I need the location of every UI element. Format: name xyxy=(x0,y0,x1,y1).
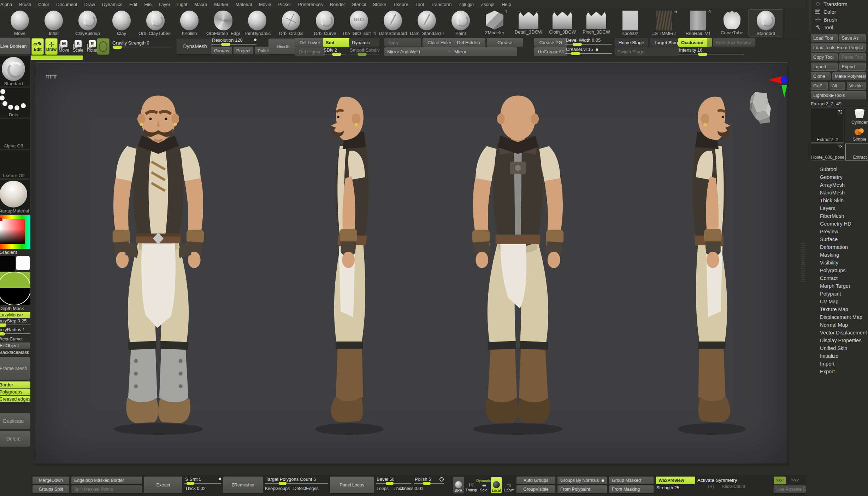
subpalette-display-properties[interactable]: Display Properties xyxy=(806,337,868,344)
subpalette-masking[interactable]: Masking xyxy=(806,251,868,259)
brush-standard[interactable]: Standard xyxy=(749,10,783,36)
make-polymesh3d-button[interactable]: Make PolyMesh3D xyxy=(832,72,866,80)
local-button[interactable]: Local xyxy=(491,477,502,494)
pose-tool-thumb[interactable]: 13 Hoste_008_pose. xyxy=(811,144,844,161)
gradient-label-row[interactable]: Gradient xyxy=(0,249,30,255)
menu-draw[interactable]: Draw xyxy=(81,1,98,8)
subpalette-import[interactable]: Import xyxy=(806,360,868,368)
document-canvas[interactable]: ⇈⇈⇈ xyxy=(35,63,788,464)
tab-transform[interactable]: Transform xyxy=(806,0,868,8)
intensity-slider[interactable]: Intensity 16 xyxy=(678,47,744,56)
polygroups-toggle[interactable]: Polygroups xyxy=(0,389,30,395)
move-button[interactable]: M Move xyxy=(59,40,69,53)
thick-value[interactable]: Thick 0.02 xyxy=(184,486,221,491)
menu-zscript[interactable]: Zscript xyxy=(478,1,498,8)
brush-hpolish[interactable]: hPolish xyxy=(172,10,206,36)
switch-stage-button[interactable]: Switch Stage xyxy=(615,47,679,56)
smooth-subdiv-slider[interactable]: SmoothSubdiv xyxy=(349,47,379,56)
group-visible-button[interactable]: GroupVisible xyxy=(516,485,555,493)
export-button[interactable]: Export xyxy=(839,63,866,71)
loops-label[interactable]: Loops xyxy=(377,486,389,491)
tab-color[interactable]: Color xyxy=(806,8,868,16)
secondary-color-swatch[interactable] xyxy=(16,256,30,270)
groups-button[interactable]: Groups xyxy=(211,47,232,54)
subpalette-polypaint[interactable]: Polypaint xyxy=(806,290,868,298)
brush-inflat[interactable]: Inflat xyxy=(37,10,71,36)
subpalette-initialize[interactable]: Initialize xyxy=(806,352,868,360)
subpalette-geometry-hd[interactable]: Geometry HD xyxy=(806,220,868,228)
transp-button[interactable]: ◳Transp xyxy=(466,477,477,493)
current-material-thumb[interactable]: StartupMaterial xyxy=(0,180,30,214)
occlusion-mode-nub[interactable] xyxy=(707,38,712,47)
menu-stroke[interactable]: Stroke xyxy=(370,1,389,8)
menu-picker[interactable]: Picker xyxy=(275,1,294,8)
menu-material[interactable]: Material xyxy=(232,1,255,8)
menu-macro[interactable]: Macro xyxy=(191,1,210,8)
brush-cloth_3dcw[interactable]: Cloth_3DCW xyxy=(545,10,579,35)
edit-button[interactable]: ▱✎ Edit xyxy=(31,38,44,55)
target-polygons-slider[interactable]: Target Polygons Count 5 xyxy=(265,477,328,485)
radial-toggle[interactable]: (R) xyxy=(708,484,714,489)
fill-object-button[interactable]: FillObject xyxy=(0,342,30,349)
subpalette-contact[interactable]: Contact xyxy=(806,274,868,282)
lightbox-tools-button[interactable]: Lightbox▶Tools xyxy=(811,91,866,99)
bevel-width-slider[interactable]: Bevel Width 0.05 xyxy=(565,37,612,46)
dynamic-toggle[interactable]: Dynamic xyxy=(349,38,379,47)
wax-preview-toggle[interactable]: WaxPreview xyxy=(656,477,695,484)
brush-clay[interactable]: Clay xyxy=(105,10,138,36)
subpalette-visibility[interactable]: Visibility xyxy=(806,259,868,267)
goz-button[interactable]: GoZ xyxy=(811,82,828,90)
subpalette-thick-skin[interactable]: Thick Skin xyxy=(806,197,868,204)
group-masked-button[interactable]: Group Masked xyxy=(609,477,654,484)
subpalette-unified-skin[interactable]: Unified Skin xyxy=(806,344,868,352)
creased-edges-toggle[interactable]: Creased edges xyxy=(0,396,30,402)
slider-knob[interactable] xyxy=(0,332,5,335)
menu-edit[interactable]: Edit xyxy=(126,1,140,8)
slider-knob[interactable] xyxy=(0,323,6,327)
subpalette-export[interactable]: Export xyxy=(806,368,868,375)
dynamesh-button[interactable]: DynaMesh xyxy=(177,39,213,54)
sdiv-slider[interactable]: SDiv 2 xyxy=(323,47,346,56)
current-texture-thumb[interactable]: Texture Off xyxy=(0,150,30,179)
merge-down-button[interactable]: MergeDown xyxy=(33,477,69,484)
current-brush-thumb[interactable]: Standard xyxy=(0,55,30,87)
subpalette-preview[interactable]: Preview xyxy=(806,228,868,235)
slider-knob[interactable] xyxy=(279,482,287,485)
subpalette-fibermesh[interactable]: FiberMesh xyxy=(806,212,868,220)
backface-mask-toggle[interactable]: BackfaceMask xyxy=(0,349,30,355)
brush-renhair_v1[interactable]: 4RenHair_V1 xyxy=(681,10,715,36)
brush-the_gio_soft_for[interactable]: The_GIO_soft_for xyxy=(342,10,376,36)
brush-move[interactable]: Move xyxy=(3,10,37,36)
subpalette-vector-displacement-ma[interactable]: Vector Displacement Ma xyxy=(806,329,868,337)
del-lower-button[interactable]: Del Lower xyxy=(295,38,325,47)
subpalette-arraymesh[interactable]: ArrayMesh xyxy=(806,181,868,189)
occlusion-toggle[interactable]: Occlusion xyxy=(678,38,707,47)
smt-toggle[interactable]: Smt xyxy=(323,38,350,47)
subpalette-texture-map[interactable]: Texture Map xyxy=(806,305,868,313)
polish-slider[interactable]: Polish 5 xyxy=(414,477,444,485)
brush-trimdynamic[interactable]: TrimDynamic xyxy=(240,10,274,36)
menu-render[interactable]: Render xyxy=(327,1,348,8)
border-toggle[interactable]: Border xyxy=(0,381,30,388)
slider-knob[interactable] xyxy=(358,53,367,56)
slider-knob[interactable] xyxy=(573,43,582,46)
bpr-button[interactable]: BPR xyxy=(453,477,464,494)
brush-curvetube[interactable]: CurveTube xyxy=(715,10,749,35)
activate-symmetry-toggle[interactable]: Activate Symmetry xyxy=(697,477,772,483)
frame-mesh-button[interactable]: Frame Mesh xyxy=(0,357,30,380)
brush-detail_3dcw[interactable]: Detail_3DCW xyxy=(512,10,545,35)
radial-count[interactable]: RadialCount xyxy=(722,484,745,489)
panel-resize-handle[interactable]: ‹ xyxy=(801,243,805,282)
subpalette-geometry[interactable]: Geometry xyxy=(806,173,868,181)
crease-button[interactable]: Crease xyxy=(487,38,523,47)
brush-claybuildup[interactable]: ClayBuildup xyxy=(71,10,105,36)
slider-knob[interactable] xyxy=(113,46,122,49)
delete-button[interactable]: Delete xyxy=(0,431,30,447)
copy-tool-button[interactable]: Copy Tool xyxy=(811,53,838,61)
from-masking-button[interactable]: From Masking xyxy=(609,485,654,493)
keep-groups-toggle[interactable]: KeepGroups xyxy=(265,486,290,491)
rotate-button[interactable]: R Rotate xyxy=(87,40,98,53)
panel-divider[interactable] xyxy=(809,0,811,33)
split-masked-points-button[interactable]: Split Masked Points xyxy=(71,485,142,493)
extract-button[interactable]: Extract xyxy=(144,477,182,493)
